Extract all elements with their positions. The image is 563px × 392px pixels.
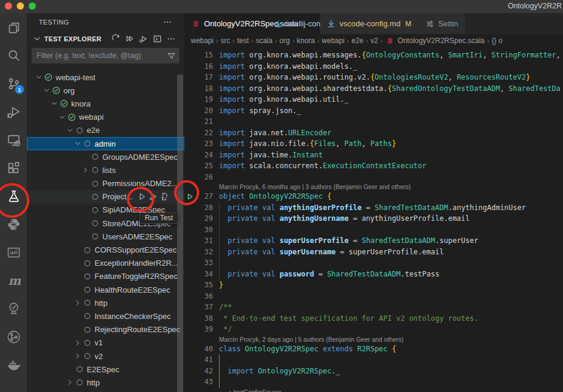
tree-item-lists[interactable]: lists [27,163,184,177]
code-line-29: 29 private val anythingUsername = anythi… [184,213,563,224]
test-filter-box [32,48,179,63]
breadcrumb-file[interactable]: OntologyV2R2RSpec.scala [398,37,485,45]
tree-item-project-[interactable]: Project... [27,190,184,203]
sidebar-scrollbar[interactable] [177,75,183,392]
tab-settin[interactable]: Settin [418,13,465,34]
breadcrumb-item[interactable]: src [221,37,230,45]
scala-icon [386,37,395,45]
zoom-window-button[interactable] [29,2,36,10]
activity-item-remote-explorer[interactable] [0,126,27,154]
tree-item-webapi-test[interactable]: webapi-test [27,71,184,84]
tree-item-webapi[interactable]: webapi [27,111,184,124]
codelens[interactable]: ↑ testConfigSource [229,388,563,392]
chevron-right-icon[interactable] [73,351,83,361]
filter-icon[interactable] [167,51,176,60]
chevron-down-icon[interactable] [50,99,59,108]
gutter [184,313,195,324]
code-line-18: 18 import org.knora.webapi.sharedtestdat… [184,83,563,95]
tree-item-v2[interactable]: v2 [27,350,184,363]
panel-title: TESTING [39,19,69,26]
debug-all-icon[interactable] [138,33,150,45]
activity-item-metals[interactable]: m [0,266,27,294]
close-tab-icon[interactable]: intellij-config.md [303,19,313,29]
gutter [184,324,195,335]
tree-item-http[interactable]: http [27,376,184,389]
close-window-button[interactable] [5,2,12,10]
tree-item-instancecheckerspec[interactable]: InstanceCheckerSpec [27,309,184,323]
activity-item-run-debug[interactable] [0,98,27,126]
activity-item-search[interactable] [0,41,27,69]
activity-item-python[interactable] [0,210,27,238]
breadcrumb-item[interactable]: v2 [370,37,378,45]
chevron-right-icon[interactable] [81,165,90,175]
chevron-down-icon[interactable] [34,72,44,82]
chevron-down-icon[interactable] [42,86,51,95]
tab-ontologyv2r2rspec-scala[interactable]: OntologyV2R2RSpec.scala intellij-config.… [184,13,320,34]
gutter-run-test-icon[interactable] [184,191,195,202]
debug-action-icon[interactable] [148,191,159,202]
refresh-icon[interactable] [110,33,122,45]
code-line-37: 37 /** [184,302,563,313]
line-number: 16 [195,61,213,72]
run-action-icon[interactable] [136,191,148,202]
tree-item-knora[interactable]: knora [27,97,184,110]
activity-item-explorer[interactable] [0,13,27,41]
tab-vscode-config-md[interactable]: vscode-config.md M [320,13,419,34]
code-line-42: 42 import OntologyV2R2RSpec._ [184,366,563,377]
chevron-down-icon[interactable] [65,126,75,135]
breadcrumb-item[interactable]: knora [297,37,315,45]
codelens[interactable]: Marcin Procyk, 2 days ago | 5 authors (B… [219,335,563,344]
run-all-icon[interactable] [124,33,136,45]
chevron-right-icon[interactable] [65,378,75,387]
line-number: 24 [195,150,213,161]
chevron-down-icon[interactable] [31,33,43,45]
gutter [184,202,195,214]
breadcrumb-item[interactable]: webapi [322,37,345,45]
line-number: 21 [195,116,213,127]
tree-item-groupsadme2espec[interactable]: GroupsADME2ESpec [27,150,184,163]
tree-item-featuretoggler2rspec[interactable]: FeatureToggleR2RSpec [27,270,184,283]
breadcrumb-item[interactable]: scala [255,37,272,45]
codelens[interactable]: Marcin Procyk, 6 months ago | 3 authors … [219,183,563,191]
goto-test-action-icon[interactable] [159,191,171,202]
test-tree: webapi-test org knora webapi e2e admin G… [27,71,184,390]
activity-item-extensions[interactable] [0,154,27,182]
tree-item-usersadme2espec[interactable]: UsersADME2ESpec [27,230,184,243]
activity-item-git-graph[interactable] [0,323,27,351]
more-actions-icon[interactable] [162,16,174,28]
minimize-window-button[interactable] [17,2,24,10]
activity-item-rest-api[interactable]: /API [0,238,27,266]
open-editor-icon[interactable] [151,33,163,45]
breadcrumb-item[interactable]: webapi [191,37,214,45]
breadcrumb-item[interactable]: org [279,37,290,45]
chevron-right-icon[interactable] [73,298,83,308]
activity-item-docker[interactable] [0,351,27,379]
activity-item-source-control[interactable]: 1 [0,69,27,98]
tree-item-e2espec[interactable]: E2ESpec [27,363,184,376]
chevron-down-icon[interactable] [73,139,83,148]
tree-item-rejectingroutee2espec[interactable]: RejectingRouteE2ESpec [27,323,184,336]
tree-item-permissionsadme2-[interactable]: PermissionsADME2.. [27,177,184,190]
activity-item-todo-tree[interactable] [0,294,27,323]
tree-item-corssupporte2espec[interactable]: CORSSupportE2ESpec [27,243,184,256]
tree-item-admin[interactable]: admin [27,137,184,150]
chevron-right-icon[interactable] [73,338,83,348]
test-filter-input[interactable] [36,51,167,60]
tree-item-exceptionhandlerr2r-[interactable]: ExceptionHandlerR2R... [27,257,184,270]
tree-item-http[interactable]: http [27,296,184,309]
chevron-down-icon[interactable] [57,113,67,122]
breadcrumb-item[interactable]: test [237,37,248,45]
more-icon[interactable] [165,33,177,45]
gutter [184,213,195,224]
line-number: 30 [195,224,213,236]
tree-item-e2e[interactable]: e2e [27,124,184,137]
code-line-20: 20 import spray.json._ [184,105,563,117]
breadcrumb-item[interactable]: e2e [352,37,364,45]
sidebar-testing-panel: TESTING TEST EXPLORER webapi-test org kn… [27,13,184,392]
test-explorer-section-header[interactable]: TEST EXPLORER [27,32,184,45]
tree-item-org[interactable]: org [27,84,184,97]
tree-item-healthroutee2espec[interactable]: HealthRouteE2ESpec [27,283,184,296]
activity-item-testing[interactable] [0,182,27,210]
tree-item-v1[interactable]: v1 [27,336,184,350]
breadcrumb-symbol[interactable]: {} o [492,37,503,45]
